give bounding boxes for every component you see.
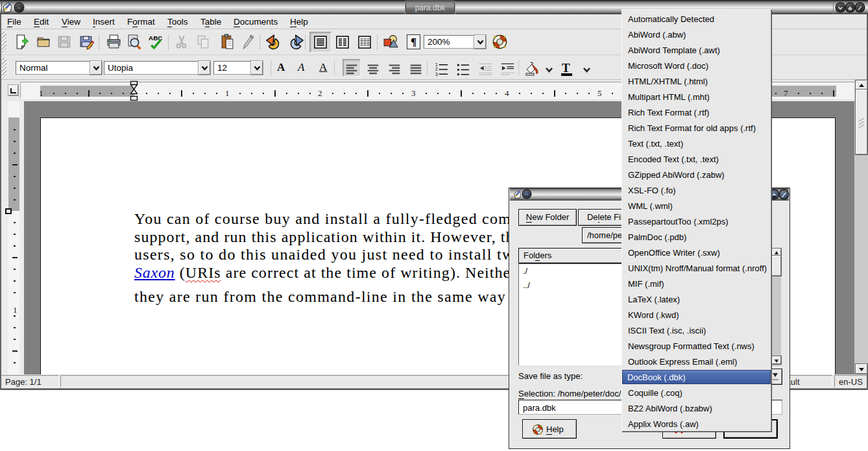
svg-text:1: 1 <box>435 62 438 67</box>
svg-text:3: 3 <box>435 72 438 77</box>
svg-text:2: 2 <box>435 67 438 71</box>
svg-text:T: T <box>562 61 570 75</box>
